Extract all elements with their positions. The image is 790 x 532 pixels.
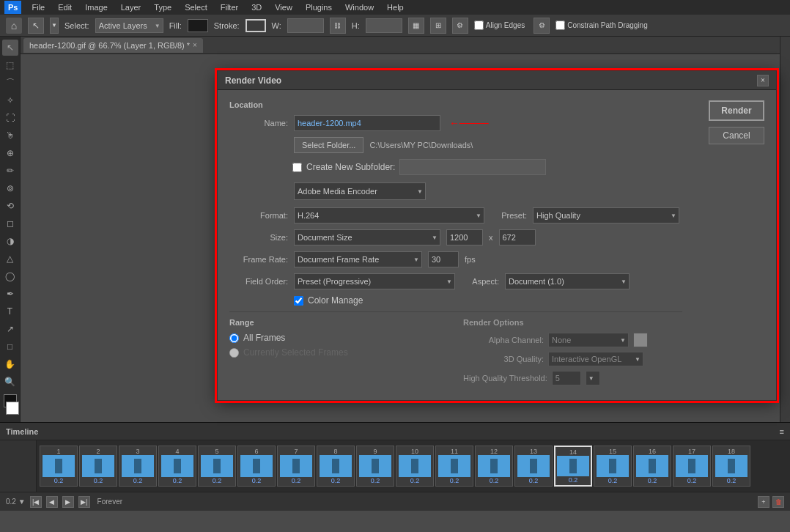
spot-heal-tool[interactable]: ⊕ xyxy=(2,145,18,161)
lasso-tool[interactable]: ⌒ xyxy=(2,75,18,91)
size-select[interactable]: Document Size Custom xyxy=(294,229,440,245)
filename-input[interactable] xyxy=(294,115,440,131)
current-frames-radio[interactable] xyxy=(229,348,239,358)
menu-image[interactable]: Image xyxy=(82,3,111,12)
pen-tool[interactable]: ✒ xyxy=(2,286,18,302)
link-icon[interactable]: ⛓ xyxy=(330,18,346,34)
history-tool[interactable]: ⟲ xyxy=(2,198,18,214)
select-folder-btn[interactable]: Select Folder... xyxy=(294,137,363,153)
frame-item[interactable]: 5 0.2 xyxy=(198,446,236,487)
menu-layer[interactable]: Layer xyxy=(118,3,144,12)
menu-file[interactable]: File xyxy=(29,3,48,12)
menu-edit[interactable]: Edit xyxy=(55,3,75,12)
fill-color[interactable] xyxy=(188,19,208,32)
frame-item[interactable]: 11 0.2 xyxy=(435,446,473,487)
encoder-select[interactable]: Adobe Media Encoder Photoshop Image Sequ… xyxy=(294,182,426,200)
first-frame-btn[interactable]: ◀ xyxy=(46,496,58,508)
brush-tool[interactable]: ✏ xyxy=(2,163,18,179)
hq-stepper[interactable] xyxy=(586,371,600,385)
cursor-dropdown[interactable]: ▼ xyxy=(50,18,59,34)
wand-tool[interactable]: ✧ xyxy=(2,92,18,108)
frame-item[interactable]: 13 0.2 xyxy=(514,446,553,487)
3d-quality-select[interactable]: Interactive OpenGL Ray Traced Draft xyxy=(548,352,643,366)
height-value-input[interactable] xyxy=(499,229,536,245)
cancel-btn[interactable]: Cancel xyxy=(709,127,764,144)
blur-tool[interactable]: △ xyxy=(2,251,18,267)
menu-help[interactable]: Help xyxy=(384,3,407,12)
clone-tool[interactable]: ⊚ xyxy=(2,180,18,196)
menu-select[interactable]: Select xyxy=(182,3,210,12)
frame-item[interactable]: 3 0.2 xyxy=(119,446,157,487)
add-frame-btn[interactable]: + xyxy=(758,496,769,508)
dialog-close-btn[interactable]: × xyxy=(757,75,769,86)
all-frames-radio[interactable] xyxy=(229,333,239,343)
path-select-tool[interactable]: ↗ xyxy=(2,321,18,337)
frame-item[interactable]: 2 0.2 xyxy=(79,446,117,487)
menu-view[interactable]: View xyxy=(272,3,295,12)
frame-item[interactable]: 8 0.2 xyxy=(317,446,355,487)
cursor-tool[interactable]: ↖ xyxy=(28,18,44,34)
field-order-select[interactable]: Preset (Progressive) Upper First xyxy=(294,273,455,289)
shape-tool[interactable]: □ xyxy=(2,339,18,355)
color-manage-checkbox[interactable] xyxy=(294,296,303,306)
format-select[interactable]: H.264 H.265 QuickTime xyxy=(294,207,484,223)
tab-close-btn[interactable]: × xyxy=(193,41,197,49)
frame-item[interactable]: 6 0.2 xyxy=(237,446,276,487)
menu-filter[interactable]: Filter xyxy=(218,3,241,12)
home-button[interactable]: ⌂ xyxy=(6,18,22,34)
scrollbar-vertical[interactable] xyxy=(780,37,790,422)
background-color[interactable] xyxy=(6,402,19,415)
hand-tool[interactable]: ✋ xyxy=(2,356,18,372)
constrain-checkbox[interactable] xyxy=(555,21,565,30)
frame-rate-select[interactable]: Document Frame Rate xyxy=(294,251,422,267)
subfolder-name-input[interactable] xyxy=(399,159,546,175)
play-btn[interactable]: ▶ xyxy=(62,496,74,508)
selection-tool[interactable]: ⬚ xyxy=(2,57,18,73)
render-btn[interactable]: Render xyxy=(709,100,764,121)
crop-tool[interactable]: ⛶ xyxy=(2,110,18,126)
frame-item[interactable]: 15 0.2 xyxy=(594,446,632,487)
gear-icon[interactable]: ⚙ xyxy=(534,18,550,34)
menu-3d[interactable]: 3D xyxy=(248,3,265,12)
gradient-tool[interactable]: ◑ xyxy=(2,233,18,249)
duration-display[interactable]: 0.2 ▼ xyxy=(6,498,26,506)
aspect-select[interactable]: Document (1.0) Square Pixels xyxy=(505,273,630,289)
move-tool[interactable]: ↖ xyxy=(2,40,18,56)
active-layers-select[interactable]: Active Layers xyxy=(95,18,163,33)
alpha-select[interactable]: None Straight xyxy=(548,333,629,347)
type-tool[interactable]: T xyxy=(2,303,18,319)
create-subfolder-checkbox[interactable] xyxy=(292,163,302,172)
stroke-color[interactable] xyxy=(246,19,266,32)
frame-item[interactable]: 1 0.2 xyxy=(40,446,78,487)
high-quality-value-input[interactable] xyxy=(552,371,581,385)
frame-item[interactable]: 14 0.2 xyxy=(554,446,592,487)
next-frame-btn[interactable]: ▶| xyxy=(78,496,90,508)
frame-item[interactable]: 9 0.2 xyxy=(356,446,394,487)
menu-type[interactable]: Type xyxy=(151,3,174,12)
menu-window[interactable]: Window xyxy=(342,3,377,12)
align-top-btn[interactable]: ▦ xyxy=(408,18,424,34)
frame-item[interactable]: 12 0.2 xyxy=(475,446,513,487)
prev-frame-btn[interactable]: |◀ xyxy=(30,496,42,508)
align-center-btn[interactable]: ⊞ xyxy=(430,18,446,34)
frame-item[interactable]: 7 0.2 xyxy=(277,446,315,487)
width-input[interactable] xyxy=(287,18,324,33)
eraser-tool[interactable]: ◻ xyxy=(2,215,18,232)
frame-item[interactable]: 16 0.2 xyxy=(633,446,671,487)
preset-select[interactable]: High Quality Medium Quality xyxy=(533,207,679,223)
delete-frame-btn[interactable]: 🗑 xyxy=(772,496,784,508)
menu-plugins[interactable]: Plugins xyxy=(303,3,335,12)
height-input[interactable] xyxy=(366,18,402,33)
eyedropper-tool[interactable]: 🖰 xyxy=(2,128,18,144)
frame-item[interactable]: 4 0.2 xyxy=(158,446,196,487)
frame-item[interactable]: 17 0.2 xyxy=(673,446,711,487)
fps-value-input[interactable] xyxy=(428,251,459,267)
align-edges-checkbox[interactable] xyxy=(474,21,484,30)
frame-item[interactable]: 18 0.2 xyxy=(712,446,750,487)
timeline-menu-icon[interactable]: ≡ xyxy=(780,427,784,436)
dodge-tool[interactable]: ◯ xyxy=(2,268,18,284)
active-layers-dropdown[interactable]: Active Layers xyxy=(95,18,163,33)
document-tab[interactable]: header-1200.gif @ 66.7% (Layer 1, RGB/8)… xyxy=(23,38,203,53)
frame-item[interactable]: 10 0.2 xyxy=(396,446,434,487)
width-value-input[interactable] xyxy=(446,229,483,245)
